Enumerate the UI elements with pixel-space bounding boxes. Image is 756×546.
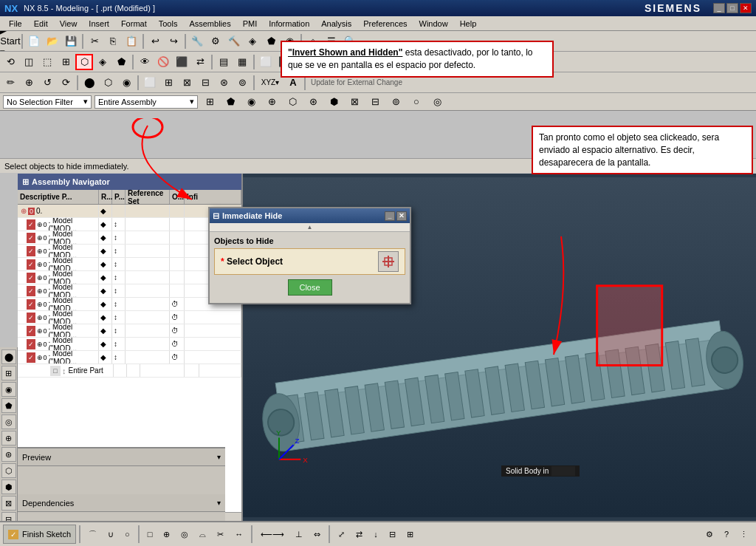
start-btn[interactable]: ▶ Start ▾: [1, 33, 19, 50]
copy-btn[interactable]: ⎘: [104, 33, 122, 50]
btb-fillet-btn[interactable]: ⌓: [194, 525, 211, 544]
view-btn-1[interactable]: ⟲: [1, 54, 19, 70]
dialog-close[interactable]: ✕: [396, 211, 407, 221]
filter-btn-10[interactable]: ⊚: [387, 94, 405, 110]
filter-btn-11[interactable]: ○: [408, 94, 425, 110]
tb-btn-6[interactable]: ⚙: [207, 33, 224, 50]
filter-btn-1[interactable]: ⊞: [201, 94, 219, 110]
tb-btn-8[interactable]: ◈: [244, 33, 261, 50]
xyz-icon[interactable]: XYZ▾: [257, 75, 284, 91]
undo-btn[interactable]: ↩: [146, 33, 164, 50]
finish-sketch-btn[interactable]: ✓ Finish Sketch: [3, 525, 76, 544]
btb-settings-btn[interactable]: ⚙: [701, 525, 718, 544]
sidebar-icon-5[interactable]: ◎: [1, 414, 16, 429]
tb-btn-9[interactable]: ⬟: [262, 33, 280, 50]
more-btn-9[interactable]: ⊚: [233, 75, 251, 91]
sketch-btn-2[interactable]: ⊕: [20, 75, 38, 91]
vis-btn-2[interactable]: 🚫: [154, 54, 172, 70]
filter-btn-2[interactable]: ⬟: [221, 94, 239, 110]
assembly-dropdown[interactable]: Entire Assembly ▾: [94, 95, 198, 109]
view-btn-5[interactable]: ⬡: [75, 54, 93, 70]
filter-btn-5[interactable]: ⬡: [284, 94, 301, 110]
more-btn-7[interactable]: ⊟: [196, 75, 214, 91]
view-btn-6[interactable]: ◈: [94, 54, 111, 70]
filter-btn-12[interactable]: ◎: [428, 94, 446, 110]
btb-arc-btn[interactable]: ∪: [103, 525, 119, 544]
sketch-btn-3[interactable]: ↺: [38, 75, 56, 91]
btb-extend-btn[interactable]: ↔: [230, 525, 248, 544]
menu-pmi[interactable]: PMI: [237, 18, 264, 30]
more-btn-3[interactable]: ◉: [117, 75, 135, 91]
sidebar-icon-4[interactable]: ⬟: [1, 398, 16, 413]
btb-help-btn[interactable]: ?: [719, 525, 734, 544]
btb-circle-btn[interactable]: ○: [120, 525, 135, 544]
more-btn-8[interactable]: ⊛: [215, 75, 233, 91]
dependencies-panel-header[interactable]: Dependencies ▾: [18, 494, 225, 512]
btb-move-btn[interactable]: ⤢: [333, 525, 350, 544]
dialog-minimize[interactable]: _: [385, 211, 395, 221]
minimize-button[interactable]: _: [713, 3, 725, 13]
btb-offset-btn[interactable]: ⊟: [384, 525, 401, 544]
sidebar-icon-10[interactable]: ⊠: [1, 496, 16, 511]
close-button[interactable]: ✕: [740, 3, 752, 13]
btb-point-btn[interactable]: ⊕: [158, 525, 175, 544]
sidebar-icon-6[interactable]: ⊕: [1, 431, 16, 446]
select-object-icon[interactable]: [378, 251, 399, 272]
menu-insert[interactable]: Insert: [83, 18, 115, 30]
nav-row-11[interactable]: ✓ ⊕ 0 . Model ("MOD... ◆ ↕ ⏱: [18, 351, 241, 364]
vis-btn-4[interactable]: ⇄: [191, 54, 209, 70]
sidebar-icon-3[interactable]: ◉: [1, 382, 16, 397]
filter-btn-9[interactable]: ⊟: [366, 94, 384, 110]
filter-btn-8[interactable]: ⊠: [346, 94, 363, 110]
menu-edit[interactable]: Edit: [28, 18, 54, 30]
sidebar-icon-8[interactable]: ⬡: [1, 463, 16, 478]
menu-format[interactable]: Format: [115, 18, 153, 30]
nav-row-10[interactable]: ✓ ⊕ 0 . Model ("MOD... ◆ ↕ ⏱: [18, 338, 241, 351]
btb-snap-btn[interactable]: ◎: [176, 525, 193, 544]
layer-btn-2[interactable]: ▦: [233, 54, 251, 70]
btb-more-btn[interactable]: ⋮: [735, 525, 753, 544]
open-btn[interactable]: 📂: [44, 33, 61, 50]
menu-tools[interactable]: Tools: [153, 18, 184, 30]
more-btn-5[interactable]: ⊞: [159, 75, 177, 91]
save-btn[interactable]: 💾: [62, 33, 80, 50]
view-btn-7[interactable]: ⬟: [112, 54, 130, 70]
btb-dim-btn[interactable]: ⟵⟶: [255, 525, 289, 544]
menu-window[interactable]: Window: [413, 18, 454, 30]
new-btn[interactable]: 📄: [25, 33, 43, 50]
sketch-btn-4[interactable]: ⟳: [57, 75, 75, 91]
view-btn-3[interactable]: ⬚: [38, 54, 56, 70]
btb-curve-btn[interactable]: ⌒: [83, 525, 102, 544]
view-btn-4[interactable]: ⊞: [57, 54, 75, 70]
btb-constrain-btn[interactable]: ⊥: [290, 525, 308, 544]
more-btn-1[interactable]: ⬤: [80, 75, 98, 91]
nav-row-entire-part[interactable]: □ ↕ Entire Part: [18, 364, 241, 378]
btb-mirror-btn[interactable]: ⇔: [309, 525, 326, 544]
row0-expand[interactable]: ⊕: [21, 207, 27, 215]
close-button[interactable]: Close: [288, 279, 332, 296]
menu-analysis[interactable]: Analysis: [315, 18, 357, 30]
selection-filter-dropdown[interactable]: No Selection Filter ▾: [3, 95, 92, 109]
window-controls[interactable]: _ □ ✕: [713, 3, 752, 13]
vis-btn-1[interactable]: 👁: [136, 54, 154, 70]
more-btn-4[interactable]: ⬜: [141, 75, 159, 91]
sidebar-icon-2[interactable]: ⊞: [1, 366, 16, 381]
menu-help[interactable]: Help: [454, 18, 483, 30]
view-btn-2[interactable]: ◫: [20, 54, 38, 70]
btb-trim-btn[interactable]: ✂: [212, 525, 229, 544]
redo-btn[interactable]: ↪: [165, 33, 182, 50]
sidebar-icon-7[interactable]: ⊛: [1, 447, 16, 462]
more-btn-2[interactable]: ⬡: [99, 75, 117, 91]
dialog-controls[interactable]: _ ✕: [385, 211, 407, 221]
menu-assemblies[interactable]: Assemblies: [183, 18, 236, 30]
vis-btn-3[interactable]: ⬛: [173, 54, 190, 70]
menu-file[interactable]: File: [3, 18, 28, 30]
layer-btn-1[interactable]: ▤: [215, 54, 233, 70]
select-object-row[interactable]: * Select Object: [214, 248, 405, 275]
nav-row-8[interactable]: ✓ ⊕ 0 . Model ("MOD... ◆ ↕ ⏱: [18, 311, 241, 324]
restore-button[interactable]: □: [726, 3, 738, 13]
cut-btn[interactable]: ✂: [86, 33, 103, 50]
filter-btn-3[interactable]: ◉: [242, 94, 260, 110]
menu-view[interactable]: View: [54, 18, 83, 30]
filter-btn-6[interactable]: ⊛: [304, 94, 322, 110]
